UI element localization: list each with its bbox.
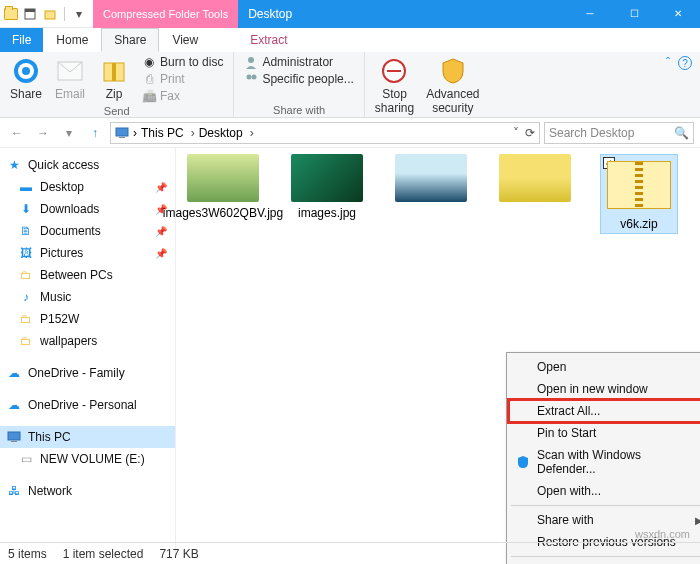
drive-icon: ▭ [18, 451, 34, 467]
svg-point-10 [247, 75, 252, 80]
svg-rect-2 [45, 11, 55, 19]
sidebar-volume[interactable]: ▭NEW VOLUME (E:) [0, 448, 175, 470]
maximize-button[interactable]: ☐ [612, 0, 656, 28]
share-icon [10, 56, 42, 86]
tab-home[interactable]: Home [43, 28, 101, 52]
separator [64, 7, 65, 21]
svg-rect-8 [112, 63, 116, 81]
sidebar-item-downloads[interactable]: ⬇Downloads📌 [0, 198, 175, 220]
stop-icon [378, 56, 410, 86]
qat-dropdown-icon[interactable]: ▾ [71, 6, 87, 22]
label: Stop sharing [375, 87, 414, 115]
sidebar-item-wallpapers[interactable]: 🗀wallpapers [0, 330, 175, 352]
menu-extract-all[interactable]: Extract All... [509, 400, 700, 422]
group-label: Send [6, 105, 227, 117]
tab-extract[interactable]: Extract [237, 28, 300, 52]
history-dropdown-icon[interactable]: ˅ [513, 126, 519, 140]
svg-point-11 [252, 75, 257, 80]
close-button[interactable]: ✕ [656, 0, 700, 28]
status-item-count: 5 items [8, 547, 47, 561]
admin-button[interactable]: Administrator [240, 54, 357, 70]
label: Advanced security [426, 87, 479, 115]
folder-icon [4, 8, 18, 20]
advanced-security-button[interactable]: Advanced security [422, 54, 483, 117]
back-button[interactable]: ← [6, 122, 28, 144]
specific-people-button[interactable]: Specific people... [240, 71, 357, 87]
ribbon-tabs: File Home Share View Extract [0, 28, 700, 52]
file-name: images3W602QBV.jpg [163, 206, 283, 220]
label: Share [10, 87, 42, 101]
sidebar-item-pictures[interactable]: 🖼Pictures📌 [0, 242, 175, 264]
menu-open[interactable]: Open [509, 356, 700, 378]
sidebar-item-desktop[interactable]: ▬Desktop📌 [0, 176, 175, 198]
fax-icon: 📠 [142, 89, 156, 103]
shield-icon [437, 56, 469, 86]
defender-icon [515, 454, 531, 470]
pin-icon: 📌 [155, 248, 167, 259]
menu-pin-to-start[interactable]: Pin to Start [509, 422, 700, 444]
file-name: images.jpg [298, 206, 356, 220]
file-item[interactable]: images.jpg [288, 154, 366, 220]
minimize-button[interactable]: ─ [568, 0, 612, 28]
zip-button[interactable]: Zip [94, 54, 134, 103]
file-item[interactable] [496, 154, 574, 202]
burn-button[interactable]: ◉Burn to disc [138, 54, 227, 70]
crumb-desktop[interactable]: Desktop [199, 126, 258, 140]
label: Email [55, 87, 85, 101]
crumb-thispc[interactable]: This PC [141, 126, 199, 140]
file-item-selected[interactable]: ✓ v6k.zip [600, 154, 678, 234]
file-item[interactable]: images3W602QBV.jpg [184, 154, 262, 220]
user-icon [244, 55, 258, 69]
people-icon [244, 72, 258, 86]
window-title: Desktop [238, 0, 568, 28]
stop-sharing-button[interactable]: Stop sharing [371, 54, 418, 117]
file-item[interactable] [392, 154, 470, 202]
new-folder-icon[interactable] [42, 6, 58, 22]
tab-view[interactable]: View [159, 28, 211, 52]
svg-point-5 [22, 67, 30, 75]
ribbon-right: ˆ ? [658, 52, 700, 117]
svg-rect-16 [8, 432, 20, 440]
zip-icon [98, 56, 130, 86]
share-button[interactable]: Share [6, 54, 46, 103]
sidebar-item-between[interactable]: 🗀Between PCs [0, 264, 175, 286]
collapse-ribbon-icon[interactable]: ˆ [666, 56, 670, 70]
sidebar-item-documents[interactable]: 🗎Documents📌 [0, 220, 175, 242]
group-label: Share with [240, 104, 357, 116]
help-icon[interactable]: ? [678, 56, 692, 70]
folder-icon: 🗀 [18, 267, 34, 283]
up-button[interactable]: ↑ [84, 122, 106, 144]
send-small-buttons: ◉Burn to disc ⎙Print 📠Fax [138, 54, 227, 104]
sidebar-onedrive-family[interactable]: ☁OneDrive - Family [0, 362, 175, 384]
breadcrumb[interactable]: › This PC Desktop ˅ ⟳ [110, 122, 540, 144]
status-selected-count: 1 item selected [63, 547, 144, 561]
menu-open-new-window[interactable]: Open in new window [509, 378, 700, 400]
menu-scan-defender[interactable]: Scan with Windows Defender... [509, 444, 700, 480]
cloud-icon: ☁ [6, 365, 22, 381]
sidebar-network[interactable]: 🖧Network [0, 480, 175, 502]
email-button: Email [50, 54, 90, 103]
separator [511, 505, 700, 506]
pin-icon: 📌 [155, 226, 167, 237]
title-bar: ▾ Compressed Folder Tools Desktop ─ ☐ ✕ [0, 0, 700, 28]
quick-access-toolbar: ▾ [0, 6, 87, 22]
recent-dropdown[interactable]: ▾ [58, 122, 80, 144]
sidebar-this-pc[interactable]: This PC [0, 426, 175, 448]
main-area: ★Quick access ▬Desktop📌 ⬇Downloads📌 🗎Doc… [0, 148, 700, 558]
refresh-icon[interactable]: ⟳ [525, 126, 535, 140]
sidebar-onedrive-personal[interactable]: ☁OneDrive - Personal [0, 394, 175, 416]
sidebar-item-p152w[interactable]: 🗀P152W [0, 308, 175, 330]
tab-share[interactable]: Share [101, 28, 159, 52]
pin-icon: 📌 [155, 182, 167, 193]
search-input[interactable]: Search Desktop 🔍 [544, 122, 694, 144]
file-list[interactable]: images3W602QBV.jpg images.jpg ✓ v6k.zip … [176, 148, 700, 558]
zip-icon [607, 161, 671, 209]
sidebar-quick-access[interactable]: ★Quick access [0, 154, 175, 176]
thumbnail [395, 154, 467, 202]
tab-file[interactable]: File [0, 28, 43, 52]
properties-icon[interactable] [22, 6, 38, 22]
forward-button: → [32, 122, 54, 144]
sidebar-item-music[interactable]: ♪Music [0, 286, 175, 308]
ribbon-group-sharewith: Administrator Specific people... Share w… [234, 52, 364, 117]
menu-open-with[interactable]: Open with... [509, 480, 700, 502]
